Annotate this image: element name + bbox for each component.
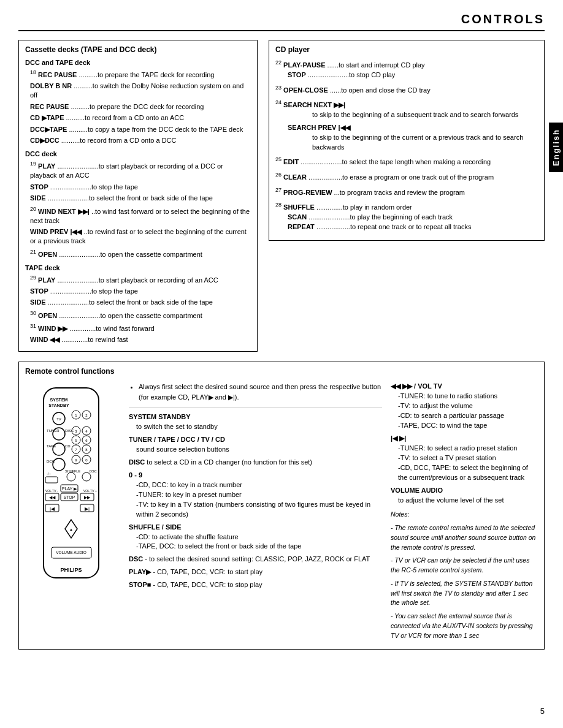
cassette-section: Cassette decks (TAPE and DCC deck) DCC a… — [18, 40, 258, 352]
svg-text:5: 5 — [75, 439, 77, 442]
list-item: 23 OPEN-CLOSE ......to open and close th… — [275, 84, 538, 96]
remote-control-svg: SYSTEM STANDBY TV 1 2 TUNER DISC 3 4 — [25, 382, 120, 590]
svg-text:DSC: DSC — [90, 469, 97, 473]
svg-point-21 — [53, 443, 65, 455]
remote-section-title: Remote control functions — [25, 367, 538, 376]
remote-description: Always first select the desired sound so… — [129, 382, 382, 644]
svg-text:0: 0 — [85, 458, 88, 462]
svg-text:|◀: |◀ — [50, 506, 55, 512]
svg-text:TV: TV — [56, 417, 61, 421]
page-title: CONTROLS — [18, 12, 545, 31]
svg-text:4: 4 — [85, 430, 88, 433]
list-item: DISC to select a CD in a CD changer (no … — [129, 458, 382, 468]
svg-text:1: 1 — [75, 414, 77, 417]
list-item: 28 SHUFFLE ..............to play in rand… — [275, 201, 538, 232]
list-item: 21 OPEN ......................to open th… — [25, 248, 251, 259]
list-item: SHUFFLE / SIDE -CD: to activate the shuf… — [129, 523, 382, 552]
list-item: DSC - to select the desired sound settin… — [129, 555, 382, 564]
list-item: PLAY▶ - CD, TAPE, DCC, VCR: to start pla… — [129, 567, 382, 577]
left-column: Cassette decks (TAPE and DCC deck) DCC a… — [18, 40, 258, 359]
list-item: 22 PLAY-PAUSE ......to start and interru… — [275, 59, 538, 80]
svg-text:PLAY ▶: PLAY ▶ — [62, 487, 77, 491]
svg-text:9: 9 — [75, 458, 77, 462]
list-item: TUNER / TAPE / DCC / TV / CD sound sourc… — [129, 435, 382, 455]
svg-point-35 — [67, 472, 75, 481]
page-number: 5 — [540, 707, 545, 716]
svg-text:▶▶: ▶▶ — [84, 495, 91, 499]
divider — [129, 407, 382, 408]
list-item: CD ▶TAPE ..........to record from a CD o… — [25, 113, 251, 123]
list-item: WIND PREV |◀◀ ..to rewind fast or to sel… — [25, 227, 251, 246]
list-item: 20 WIND NEXT ▶▶| ..to wind fast forward … — [25, 205, 251, 226]
svg-text:7: 7 — [75, 448, 77, 452]
list-item: |◀ ▶| -TUNER: to select a radio preset s… — [391, 434, 538, 483]
list-item: STOP ......................to stop the t… — [25, 287, 251, 296]
list-item: WIND ◀◀ ..............to rewind fast — [25, 335, 251, 344]
cd-section-title: CD player — [275, 45, 538, 54]
svg-text:STANDBY: STANDBY — [48, 403, 69, 408]
list-item: 26 CLEAR ..................to erase a pr… — [275, 171, 538, 183]
svg-text:▲: ▲ — [69, 528, 73, 531]
remote-intro: Always first select the desired sound so… — [129, 382, 382, 402]
remote-section: Remote control functions SYSTEM STANDBY … — [18, 362, 545, 650]
list-item: 25 EDIT ......................to select … — [275, 156, 538, 167]
list-item: 27 PROG-REVIEW ...to program tracks and … — [275, 186, 538, 198]
list-item: CD▶DCC ..........to record from a CD ont… — [25, 136, 251, 145]
svg-text:▶|: ▶| — [85, 506, 90, 512]
remote-right-column: ◀◀ ▶▶ / VOL TV -TUNER: to tune to radio … — [391, 382, 538, 644]
list-item: 30 OPEN ......................to open th… — [25, 309, 251, 320]
svg-text:VOL TV +: VOL TV + — [83, 489, 97, 493]
remote-image: SYSTEM STANDBY TV 1 2 TUNER DISC 3 4 — [25, 382, 120, 644]
list-item: DOLBY B NR ..........to switch the Dolby… — [25, 82, 251, 100]
list-item: DCC▶TAPE ..........to copy a tape from t… — [25, 125, 251, 134]
dcc-tape-subsection-title: DCC and TAPE deck — [25, 59, 251, 66]
remote-content: SYSTEM STANDBY TV 1 2 TUNER DISC 3 4 — [25, 382, 538, 644]
svg-text:CD: CD — [65, 444, 71, 448]
svg-text:8: 8 — [85, 448, 88, 452]
notes-section: Notes: - The remote control remains tune… — [391, 510, 538, 640]
svg-text:STOP: STOP — [64, 495, 75, 499]
list-item: VOLUME AUDIO to adjust the volume level … — [391, 486, 538, 506]
svg-point-36 — [82, 472, 91, 481]
list-item: SIDE ......................to select the… — [25, 298, 251, 307]
svg-text:◀◀: ◀◀ — [49, 495, 56, 499]
cd-section: CD player 22 PLAY-PAUSE ......to start a… — [269, 40, 545, 241]
list-item: REC PAUSE ..........to prepare the DCC d… — [25, 102, 251, 112]
list-item: 24 SEARCH NEXT ▶▶| to skip to the beginn… — [275, 99, 538, 120]
cassette-section-title: Cassette decks (TAPE and DCC deck) — [25, 45, 251, 54]
svg-text:VOL TV -: VOL TV - — [45, 489, 58, 493]
list-item: STOP■ - CD, TAPE, DCC, VCR: to stop play — [129, 580, 382, 590]
svg-text:PHILIPS: PHILIPS — [60, 567, 82, 573]
main-content: Cassette decks (TAPE and DCC deck) DCC a… — [18, 40, 545, 359]
list-item: SIDE ......................to select the… — [25, 194, 251, 203]
svg-point-28 — [53, 458, 65, 471]
list-item: 31 WIND ▶▶ ..............to wind fast fo… — [25, 322, 251, 333]
list-item: STOP ......................to stop the t… — [25, 183, 251, 192]
tape-subsection-title: TAPE deck — [25, 264, 251, 271]
svg-text:VOLUME AUDIO: VOLUME AUDIO — [56, 550, 86, 555]
language-tab: English — [549, 123, 563, 172]
svg-text:3: 3 — [75, 430, 77, 433]
right-column: CD player 22 PLAY-PAUSE ......to start a… — [269, 40, 545, 359]
svg-text:SYSTEM: SYSTEM — [50, 398, 68, 402]
svg-text:-/--: -/-- — [47, 472, 51, 476]
svg-text:2: 2 — [85, 414, 88, 417]
svg-text:DISC: DISC — [65, 429, 74, 433]
list-item: 29 PLAY ......................to start p… — [25, 274, 251, 285]
svg-text:6: 6 — [85, 439, 88, 442]
list-item: ◀◀ ▶▶ / VOL TV -TUNER: to tune to radio … — [391, 382, 538, 431]
list-item: SEARCH PREV |◀◀ to skip to the beginning… — [275, 123, 538, 153]
dcc-subsection-title: DCC deck — [25, 150, 251, 157]
list-item: 19 PLAY ......................to start p… — [25, 160, 251, 180]
list-item: 18 REC PAUSE ..........to prepare the TA… — [25, 69, 251, 80]
list-item: 0 - 9 -CD, DCC: to key in a track number… — [129, 471, 382, 520]
list-item: SYSTEM STANDBY to switch the set to stan… — [129, 412, 382, 432]
svg-rect-38 — [45, 477, 58, 483]
